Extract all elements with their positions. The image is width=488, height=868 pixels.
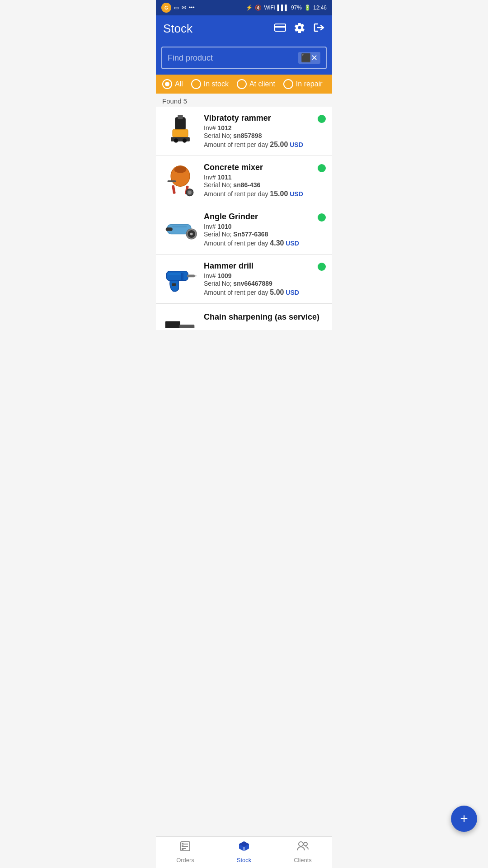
svg-rect-3 xyxy=(173,129,188,137)
svg-rect-2 xyxy=(175,118,186,131)
svg-point-7 xyxy=(183,138,187,143)
svg-rect-14 xyxy=(168,180,176,182)
filter-in-stock-label: In stock xyxy=(204,80,229,88)
product-serial: Serial No; sn857898 xyxy=(204,132,312,139)
product-name: Hammer drill xyxy=(204,261,312,271)
filter-all-label: All xyxy=(175,80,183,88)
filter-in-stock[interactable]: In stock xyxy=(191,79,229,89)
product-image-mixer xyxy=(162,162,198,198)
battery-icon: 🔋 xyxy=(304,5,311,11)
product-image-chain xyxy=(162,306,198,328)
status-bar: G ▭ ✉ ••• ⚡ 🔇 WiFi ▌▌▌ 97% 🔋 12:46 xyxy=(156,0,332,15)
product-item-partial[interactable]: Chain sharpening (as service) xyxy=(156,304,332,330)
logout-icon[interactable] xyxy=(313,22,325,36)
product-info-rammer: Vibratoty rammer Inv# 1012 Serial No; sn… xyxy=(204,113,312,149)
filter-all[interactable]: All xyxy=(162,79,183,89)
battery-level: 97% xyxy=(291,5,302,11)
page-title: Stock xyxy=(163,22,192,36)
product-item[interactable]: Concrete mixer Inv# 1011 Serial No; sn86… xyxy=(156,156,332,205)
svg-rect-23 xyxy=(194,275,197,276)
filter-in-repair[interactable]: In repair xyxy=(283,79,323,89)
product-item[interactable]: Angle Grinder Inv# 1010 Serial No; Sn577… xyxy=(156,205,332,255)
wifi-icon: WiFi xyxy=(264,5,275,11)
svg-rect-28 xyxy=(165,321,180,329)
product-serial: Serial No; sn86-436 xyxy=(204,181,312,189)
clock: 12:46 xyxy=(313,5,327,11)
svg-rect-5 xyxy=(178,115,183,119)
search-section: ⬛✕ xyxy=(156,42,332,75)
product-name: Angle Grinder xyxy=(204,212,312,222)
product-rent: Amount of rent per day 4.30 USD xyxy=(204,239,312,247)
product-serial: Serial No; Sn577-6368 xyxy=(204,231,312,238)
svg-point-13 xyxy=(188,191,192,194)
found-count: Found 5 xyxy=(156,94,332,107)
svg-rect-21 xyxy=(167,271,188,281)
product-rent: Amount of rent per day 15.00 USD xyxy=(204,190,312,198)
radio-all xyxy=(162,79,172,89)
svg-rect-29 xyxy=(179,325,194,328)
app-icon: G xyxy=(161,3,171,13)
product-image-grinder xyxy=(162,212,198,248)
status-bar-left: G ▭ ✉ ••• xyxy=(161,3,195,13)
header-icons xyxy=(274,22,325,36)
search-input-wrap[interactable]: ⬛✕ xyxy=(161,47,327,69)
product-name: Concrete mixer xyxy=(204,163,312,172)
svg-rect-22 xyxy=(187,275,195,278)
filter-at-client[interactable]: At client xyxy=(237,79,275,89)
product-serial: Serial No; snv66467889 xyxy=(204,280,312,287)
svg-point-6 xyxy=(174,138,178,143)
svg-point-18 xyxy=(190,233,193,236)
product-inv: Inv# 1009 xyxy=(204,272,312,279)
radio-all-inner xyxy=(165,82,169,86)
product-rent: Amount of rent per day 5.00 USD xyxy=(204,288,312,297)
svg-rect-19 xyxy=(166,227,173,231)
filter-at-client-label: At client xyxy=(249,80,275,88)
product-info-grinder: Angle Grinder Inv# 1010 Serial No; Sn577… xyxy=(204,212,312,247)
search-clear-button[interactable]: ⬛✕ xyxy=(298,52,320,64)
svg-rect-25 xyxy=(168,273,181,275)
product-info-mixer: Concrete mixer Inv# 1011 Serial No; sn86… xyxy=(204,163,312,198)
partial-product-name: Chain sharpening (as service) xyxy=(204,312,319,322)
product-name: Vibratoty rammer xyxy=(204,113,312,123)
product-rent: Amount of rent per day 25.00 USD xyxy=(204,141,312,149)
svg-rect-24 xyxy=(172,283,176,286)
mute-icon: 🔇 xyxy=(255,5,262,11)
svg-rect-4 xyxy=(171,137,190,142)
product-info-drill: Hammer drill Inv# 1009 Serial No; snv664… xyxy=(204,261,312,297)
gmail-icon: ✉ xyxy=(182,5,186,11)
status-indicator xyxy=(318,263,326,271)
svg-rect-1 xyxy=(275,26,286,28)
status-indicator xyxy=(318,213,326,222)
radio-in-repair xyxy=(283,79,293,89)
svg-point-9 xyxy=(174,166,187,173)
svg-rect-10 xyxy=(172,185,176,194)
more-icon: ••• xyxy=(189,5,195,11)
status-indicator xyxy=(318,164,326,172)
filter-in-repair-label: In repair xyxy=(296,80,323,88)
signal-icon: ▌▌▌ xyxy=(277,5,289,11)
product-image-drill xyxy=(162,261,198,297)
product-image-rammer xyxy=(162,113,198,149)
header: Stock xyxy=(156,15,332,42)
product-inv: Inv# 1010 xyxy=(204,223,312,230)
status-bar-right: ⚡ 🔇 WiFi ▌▌▌ 97% 🔋 12:46 xyxy=(246,5,327,11)
card-icon[interactable] xyxy=(274,23,286,35)
product-inv: Inv# 1012 xyxy=(204,124,312,132)
filter-bar: All In stock At client In repair xyxy=(156,75,332,94)
bluetooth-icon: ⚡ xyxy=(246,5,253,11)
product-list: Vibratoty rammer Inv# 1012 Serial No; sn… xyxy=(156,107,332,330)
product-inv: Inv# 1011 xyxy=(204,174,312,181)
status-indicator xyxy=(318,115,326,123)
sim-icon: ▭ xyxy=(174,5,179,11)
radio-at-client xyxy=(237,79,247,89)
product-item[interactable]: Vibratoty rammer Inv# 1012 Serial No; sn… xyxy=(156,107,332,156)
product-item[interactable]: Hammer drill Inv# 1009 Serial No; snv664… xyxy=(156,255,332,304)
settings-icon[interactable] xyxy=(294,22,305,36)
search-input[interactable] xyxy=(168,53,298,63)
svg-rect-20 xyxy=(172,226,187,227)
radio-in-stock xyxy=(191,79,201,89)
